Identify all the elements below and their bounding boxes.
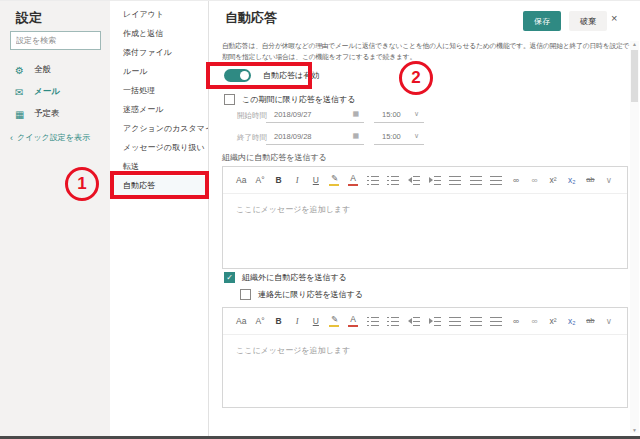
contacts-only-checkbox[interactable]	[240, 289, 251, 300]
send-only-during-period-checkbox[interactable]	[224, 94, 235, 105]
font-icon[interactable]: Aa	[236, 317, 246, 326]
font-color-icon[interactable]: A	[348, 315, 358, 327]
editor-toolbar: AaA°BIU✎A∞∞x²x₂ab∨	[223, 308, 627, 335]
mail-icon: ✉	[15, 87, 28, 98]
contacts-only-row: 連絡先に限り応答を送信する	[240, 289, 363, 300]
inside-org-message-input[interactable]: ここにメッセージを追加します	[223, 194, 627, 268]
underline-icon[interactable]: U	[311, 317, 321, 326]
quick-settings-link[interactable]: ‹ クイック設定を表示	[10, 132, 90, 143]
menu-item-automatic-replies[interactable]: 自動応答	[110, 176, 208, 195]
mail-settings-menu: レイアウト作成と返信添付ファイルルール一括処理迷惑メールアクションのカスタマイズ…	[110, 1, 209, 437]
numbered-list-icon[interactable]	[387, 176, 399, 185]
menu-item-rules[interactable]: ルール	[110, 62, 208, 81]
chevron-down-icon: ∨	[414, 132, 424, 140]
menu-item-layout[interactable]: レイアウト	[110, 5, 208, 24]
link-icon[interactable]: ∞	[511, 317, 521, 326]
strikethrough-icon[interactable]: ab	[585, 176, 595, 184]
superscript-icon[interactable]: x²	[548, 317, 558, 326]
toggle-knob	[240, 71, 249, 80]
font-size-icon[interactable]: A°	[255, 176, 265, 185]
align-left-icon[interactable]	[449, 317, 461, 326]
menu-item-customize-actions[interactable]: アクションのカスタマイズ	[110, 119, 208, 138]
scroll-up-icon[interactable]: ▲	[630, 41, 639, 47]
auto-reply-toggle[interactable]	[224, 69, 251, 82]
end-time-field[interactable]: 15:00 ∨	[374, 128, 424, 145]
start-time-label: 開始時間	[237, 111, 267, 121]
end-time-label: 終了時間	[237, 133, 267, 143]
italic-icon[interactable]: I	[292, 176, 302, 185]
settings-sidebar: 設定 ⚙ 全般 ✉ メール ▦ 予定表 ‹ クイック設定を表示	[0, 1, 110, 437]
auto-reply-toggle-row: 自動応答は有効	[224, 69, 319, 82]
more-formatting-icon[interactable]: ∨	[604, 176, 614, 185]
settings-title: 設定	[16, 9, 42, 27]
align-center-icon[interactable]	[470, 317, 482, 326]
highlight-icon[interactable]: ✎	[329, 315, 339, 327]
menu-item-attachments[interactable]: 添付ファイル	[110, 43, 208, 62]
description-line-2: 期間を指定しない場合は、この機能をオフにするまで続きます。	[222, 52, 630, 62]
highlight-icon[interactable]: ✎	[329, 174, 339, 186]
menu-item-compose-and-reply[interactable]: 作成と返信	[110, 24, 208, 43]
description-line-1: 自動応答は、自分が休暇などの理由でメールに返信できないことを他の人に知らせるため…	[222, 41, 630, 51]
bold-icon[interactable]: B	[274, 176, 284, 185]
align-center-icon[interactable]	[470, 176, 482, 185]
bullet-list-icon[interactable]	[367, 176, 379, 185]
end-time-value: 15:00	[374, 132, 414, 141]
save-button[interactable]: 保存	[523, 11, 561, 31]
outside-org-checkbox[interactable]: ✓	[224, 272, 235, 283]
calendar-icon: ▦	[352, 132, 364, 140]
sidebar-item-calendar[interactable]: ▦ 予定表	[0, 103, 110, 125]
underline-icon[interactable]: U	[311, 176, 321, 185]
align-right-icon[interactable]	[490, 176, 502, 185]
automatic-replies-panel: 自動応答 保存 破棄 × 自動応答は、自分が休暇などの理由でメールに返信できない…	[210, 1, 640, 437]
outdent-icon[interactable]	[408, 176, 420, 185]
link-icon[interactable]: ∞	[511, 176, 521, 185]
bullet-list-icon[interactable]	[367, 317, 379, 326]
indent-icon[interactable]	[429, 176, 441, 185]
sidebar-nav: ⚙ 全般 ✉ メール ▦ 予定表	[0, 59, 110, 125]
inside-org-editor: AaA°BIU✎A∞∞x²x₂ab∨ ここにメッセージを追加します	[222, 166, 628, 269]
align-right-icon[interactable]	[490, 317, 502, 326]
end-date-field[interactable]: 2018/09/28 ▦	[266, 128, 364, 145]
menu-item-message-handling[interactable]: メッセージの取り扱い	[110, 138, 208, 157]
unlink-icon[interactable]: ∞	[530, 176, 540, 185]
font-color-icon[interactable]: A	[348, 174, 358, 186]
settings-window: 設定 ⚙ 全般 ✉ メール ▦ 予定表 ‹ クイック設定を表示 レイアウト作成と…	[0, 0, 640, 439]
start-date-field[interactable]: 2018/09/27 ▦	[266, 106, 364, 123]
outdent-icon[interactable]	[408, 317, 420, 326]
end-date-value: 2018/09/28	[266, 132, 352, 141]
close-icon[interactable]: ×	[611, 12, 617, 24]
settings-search-input[interactable]	[10, 31, 101, 50]
unlink-icon[interactable]: ∞	[530, 317, 540, 326]
start-time-field[interactable]: 15:00 ∨	[374, 106, 424, 123]
font-size-icon[interactable]: A°	[255, 317, 265, 326]
bold-icon[interactable]: B	[274, 317, 284, 326]
contacts-only-label: 連絡先に限り応答を送信する	[258, 289, 363, 300]
indent-icon[interactable]	[429, 317, 441, 326]
subscript-icon[interactable]: x₂	[567, 176, 577, 185]
outside-org-row: ✓ 組織外に自動応答を送信する	[224, 272, 347, 283]
outside-org-message-input[interactable]: ここにメッセージを追加します	[223, 335, 627, 407]
sidebar-item-mail[interactable]: ✉ メール	[0, 81, 110, 103]
discard-button[interactable]: 破棄	[569, 11, 607, 31]
outside-org-label: 組織外に自動応答を送信する	[242, 272, 347, 283]
scroll-down-icon[interactable]: ▼	[630, 427, 639, 433]
sidebar-item-label: 全般	[34, 64, 51, 76]
font-icon[interactable]: Aa	[236, 176, 246, 185]
send-only-during-period-row: この期間に限り応答を送信する	[224, 94, 355, 105]
superscript-icon[interactable]: x²	[548, 176, 558, 185]
strikethrough-icon[interactable]: ab	[585, 317, 595, 325]
send-only-during-period-label: この期間に限り応答を送信する	[242, 94, 355, 105]
subscript-icon[interactable]: x₂	[567, 317, 577, 326]
outside-org-editor: AaA°BIU✎A∞∞x²x₂ab∨ ここにメッセージを追加します	[222, 307, 628, 408]
menu-item-forwarding[interactable]: 転送	[110, 157, 208, 176]
quick-settings-label: クイック設定を表示	[17, 132, 90, 143]
scrollbar-thumb[interactable]	[631, 50, 638, 102]
panel-scrollbar[interactable]: ▲ ▼	[630, 41, 639, 433]
menu-item-junk-email[interactable]: 迷惑メール	[110, 100, 208, 119]
italic-icon[interactable]: I	[292, 317, 302, 326]
more-formatting-icon[interactable]: ∨	[604, 317, 614, 326]
sidebar-item-general[interactable]: ⚙ 全般	[0, 59, 110, 81]
align-left-icon[interactable]	[449, 176, 461, 185]
numbered-list-icon[interactable]	[387, 317, 399, 326]
menu-item-sweep[interactable]: 一括処理	[110, 81, 208, 100]
